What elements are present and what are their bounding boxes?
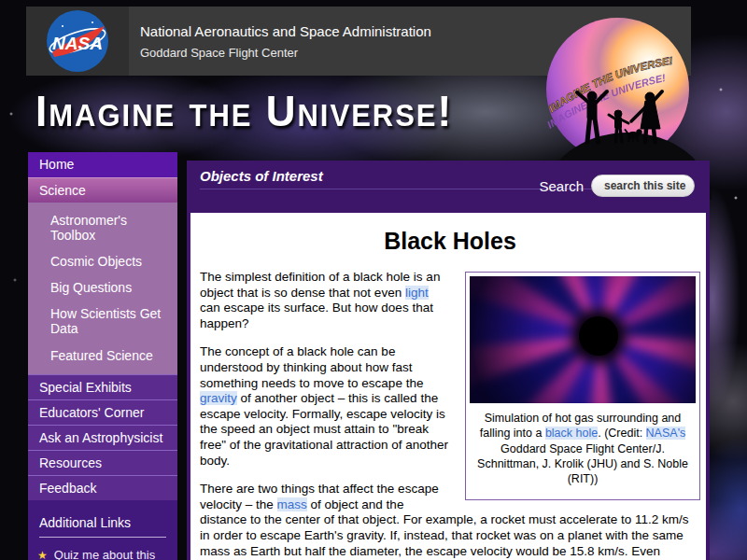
search-label: Search (539, 178, 584, 194)
inline-link[interactable]: NASA's (646, 427, 686, 440)
text-segment: Goddard Space Flight Center/J. Schnittma… (477, 442, 688, 486)
link-quiz-me[interactable]: Quiz me about this topic! (37, 548, 168, 560)
figure-caption: Simulation of hot gas surrounding and fa… (470, 403, 696, 496)
article-body: Black Holes Simulation of hot gas surrou… (190, 213, 706, 560)
agency-text: National Aeronautics and Space Administr… (140, 23, 431, 60)
header-divider (200, 189, 592, 189)
text-segment: of another object – this is called the e… (200, 391, 448, 467)
text-segment: . (Credit: (598, 427, 645, 440)
black-hole-figure: Simulation of hot gas surrounding and fa… (465, 272, 700, 500)
main-content: Objects of Interest Search Black Holes S… (187, 161, 710, 560)
science-submenu: Astronomer's Toolbox Cosmic Objects Big … (28, 203, 177, 374)
sidebar-item-resources[interactable]: Resources (28, 450, 177, 475)
sidebar-item-special-exhibits[interactable]: Special Exhibits (28, 374, 177, 399)
text-segment: The concept of a black hole can be under… (200, 344, 423, 389)
family-silhouette-icon (571, 88, 669, 146)
inline-link[interactable]: light (405, 286, 429, 300)
agency-center: Goddard Space Flight Center (140, 46, 431, 60)
search-area: Search (539, 175, 695, 197)
text-segment: can escape its surface. But how does tha… (200, 301, 433, 330)
inline-link[interactable]: mass (277, 497, 307, 511)
inline-link[interactable]: gravity (200, 391, 237, 405)
page-title: Black Holes (200, 228, 700, 255)
search-input[interactable] (591, 175, 695, 197)
sidebar-item-educators-corner[interactable]: Educators' Corner (28, 399, 177, 425)
sidebar-item-feedback[interactable]: Feedback (28, 475, 177, 500)
site-title: Imagine the Universe! (35, 87, 453, 136)
sidebar-item-ask-an-astrophysicist[interactable]: Ask an Astrophysicist (28, 425, 177, 450)
link-label: Quiz me about this topic! (54, 548, 168, 560)
page: NASA National Aeronautics and Space Admi… (0, 0, 747, 560)
sidebar-item-featured-science[interactable]: Featured Science (28, 343, 177, 369)
nasa-logo-text: NASA (52, 34, 103, 53)
sidebar-item-home[interactable]: Home (28, 152, 177, 177)
sidebar-nav: Home Science Astronomer's Toolbox Cosmic… (28, 152, 177, 560)
nasa-meatball-icon[interactable]: NASA (46, 9, 109, 73)
sidebar-item-science[interactable]: Science (28, 177, 177, 203)
black-hole-image[interactable] (470, 276, 696, 403)
content-header: Objects of Interest Search (190, 161, 706, 213)
sidebar-item-big-questions[interactable]: Big Questions (28, 274, 177, 301)
text-segment: The simplest definition of a black hole … (200, 270, 440, 300)
agency-name: National Aeronautics and Space Administr… (140, 23, 431, 39)
sidebar-item-astronomers-toolbox[interactable]: Astronomer's Toolbox (28, 207, 177, 248)
additional-links-section: Additional Links Quiz me about this topi… (28, 500, 177, 560)
inline-link[interactable]: black hole (545, 427, 598, 440)
sidebar-item-cosmic-objects[interactable]: Cosmic Objects (28, 248, 177, 274)
sidebar-item-how-scientists-get-data[interactable]: How Scientists Get Data (28, 301, 177, 342)
additional-links-title: Additional Links (39, 515, 166, 538)
section-title: Objects of Interest (200, 168, 323, 184)
event-horizon (579, 316, 618, 356)
star-icon (37, 548, 48, 560)
